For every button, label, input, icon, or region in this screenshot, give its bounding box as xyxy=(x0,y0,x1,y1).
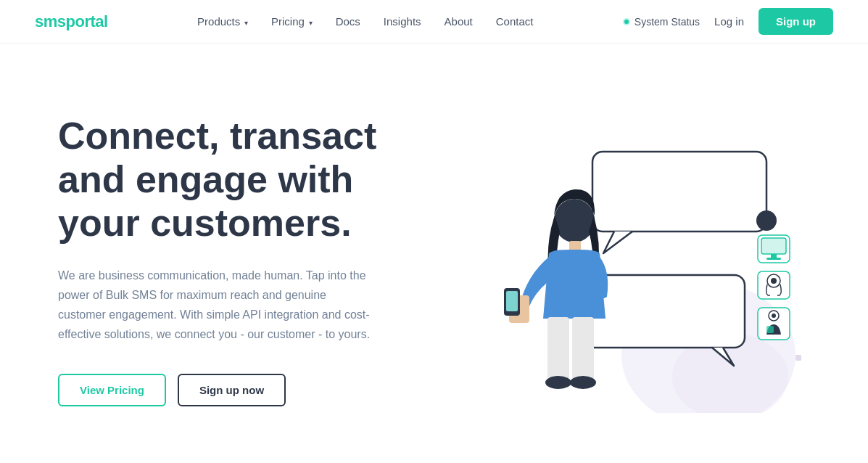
svg-rect-22 xyxy=(758,308,790,340)
hero-buttons: View Pricing Sign up now xyxy=(58,374,435,406)
nav-links: Products ▾ Pricing ▾ Docs Insights About… xyxy=(197,15,533,28)
svg-rect-19 xyxy=(758,271,790,299)
login-link[interactable]: Log in xyxy=(714,15,744,28)
svg-rect-25 xyxy=(766,326,774,333)
navbar: smsportal Products ▾ Pricing ▾ Docs Insi… xyxy=(0,0,868,44)
svg-point-13 xyxy=(756,210,777,231)
svg-point-4 xyxy=(554,199,595,242)
logo[interactable]: smsportal xyxy=(35,12,108,31)
status-dot-icon xyxy=(623,18,630,25)
svg-rect-18 xyxy=(766,258,781,260)
nav-link-pricing[interactable]: Pricing ▾ xyxy=(271,15,313,28)
nav-item-products[interactable]: Products ▾ xyxy=(197,15,248,28)
svg-rect-9 xyxy=(547,317,569,382)
svg-rect-15 xyxy=(761,238,786,254)
nav-link-docs[interactable]: Docs xyxy=(336,15,360,28)
hero-title: Connect, transact and engage with your c… xyxy=(58,115,435,245)
sign-up-now-button[interactable]: Sign up now xyxy=(178,374,286,406)
svg-rect-17 xyxy=(771,254,777,258)
nav-item-insights[interactable]: Insights xyxy=(384,15,421,28)
hero-description: We are business communication, made huma… xyxy=(58,266,377,345)
nav-item-pricing[interactable]: Pricing ▾ xyxy=(271,15,313,28)
svg-rect-28 xyxy=(795,355,801,361)
nav-link-products[interactable]: Products ▾ xyxy=(197,15,248,28)
nav-item-about[interactable]: About xyxy=(445,15,473,28)
chevron-down-icon: ▾ xyxy=(242,19,248,27)
nav-link-contact[interactable]: Contact xyxy=(496,15,534,28)
system-status: System Status xyxy=(623,16,700,28)
hero-content: Connect, transact and engage with your c… xyxy=(58,115,435,406)
nav-right: System Status Log in Sign up xyxy=(623,8,833,35)
svg-point-12 xyxy=(570,376,596,389)
signup-button[interactable]: Sign up xyxy=(759,8,833,35)
svg-rect-10 xyxy=(572,317,594,382)
chevron-down-icon: ▾ xyxy=(307,19,313,27)
svg-rect-8 xyxy=(506,291,518,311)
hero-section: Connect, transact and engage with your c… xyxy=(0,44,868,463)
nav-link-insights[interactable]: Insights xyxy=(384,15,421,28)
svg-point-24 xyxy=(772,314,776,318)
nav-link-about[interactable]: About xyxy=(445,15,473,28)
nav-item-contact[interactable]: Contact xyxy=(496,15,534,28)
logo-part2: portal xyxy=(66,12,108,30)
system-status-label: System Status xyxy=(635,16,700,28)
svg-point-21 xyxy=(771,278,777,284)
logo-part1: sms xyxy=(35,12,66,30)
svg-point-11 xyxy=(545,376,571,389)
view-pricing-button[interactable]: View Pricing xyxy=(58,374,166,406)
nav-item-docs[interactable]: Docs xyxy=(336,15,360,28)
hero-illustration xyxy=(462,108,810,413)
svg-rect-2 xyxy=(592,152,766,232)
